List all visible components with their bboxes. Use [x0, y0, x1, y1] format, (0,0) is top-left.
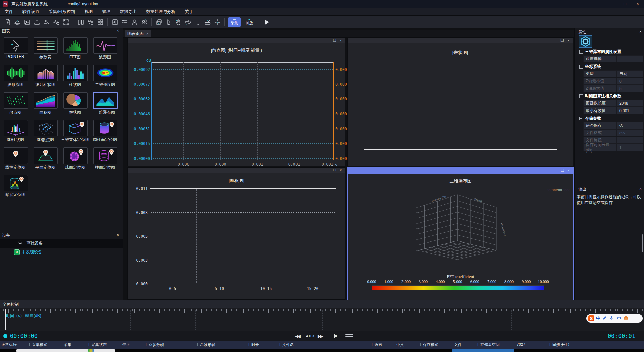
property-section[interactable]: 时频图算法相关参数 — [579, 93, 621, 99]
property-value[interactable] — [617, 55, 643, 62]
chart-tile-param-table[interactable] — [34, 37, 58, 54]
chart-tile-waterfall3d[interactable] — [93, 92, 118, 109]
rewind-button[interactable]: ◀◀ — [295, 334, 300, 339]
cascade-icon[interactable] — [155, 18, 163, 27]
chart-tile-waveform[interactable] — [93, 37, 117, 54]
property-value[interactable]: 1 — [617, 144, 643, 151]
image-icon[interactable] — [23, 18, 32, 27]
chart-tile-bars[interactable] — [63, 65, 88, 81]
menu-item-2[interactable]: 采集/回放控制 — [44, 9, 79, 15]
device-search[interactable]: 查找设备 — [0, 239, 123, 248]
play-icon[interactable] — [262, 18, 271, 27]
expand-icon[interactable] — [62, 18, 70, 27]
playback-mode-button[interactable]: 回放 — [243, 17, 256, 27]
chart-tile-scatter3d[interactable] — [34, 120, 58, 136]
property-value[interactable]: 自动 — [617, 70, 643, 77]
property-value[interactable]: 5 — [617, 85, 643, 92]
property-value[interactable]: 否 — [617, 122, 643, 129]
chart-tile-fft[interactable] — [63, 37, 88, 54]
menu-item-1[interactable]: 软件设置 — [18, 9, 44, 15]
property-row[interactable]: Z轴最小值0 — [583, 78, 643, 85]
chart-tile-line-location[interactable] — [4, 147, 28, 164]
property-value[interactable]: csv — [617, 129, 643, 136]
ime-logo-icon[interactable]: S — [588, 315, 594, 321]
pointer-icon[interactable] — [164, 18, 173, 27]
scrollbar[interactable] — [642, 234, 643, 252]
sliders-icon[interactable] — [42, 18, 51, 27]
property-section[interactable]: 三维瀑布图属性设置 — [579, 49, 621, 55]
properties-panel-close-icon[interactable]: × — [639, 29, 642, 34]
ime-mode-label[interactable]: 中 — [596, 315, 600, 321]
chart-tile-plane-location[interactable] — [34, 147, 58, 164]
crosshair-icon[interactable] — [213, 18, 222, 27]
menu-item-5[interactable]: 数据导出 — [115, 9, 141, 15]
menu-item-3[interactable]: 视图 — [79, 9, 97, 15]
chart-tile-bars3d[interactable] — [4, 120, 28, 136]
chart-tile-cylinder-location[interactable] — [93, 120, 117, 136]
dock-panel-icon[interactable] — [111, 18, 119, 27]
property-row[interactable]: 是否保存否 — [583, 122, 643, 129]
hand-icon[interactable] — [174, 18, 183, 27]
waterfall-type-icon[interactable] — [579, 35, 592, 48]
property-row[interactable]: 类型自动 — [583, 70, 643, 77]
capture-mode-button[interactable]: 采集 — [228, 17, 241, 27]
wave-history-icon[interactable] — [52, 18, 61, 27]
timeline[interactable]: 时间（s）-幅度(dB) — [0, 308, 644, 331]
tab-close-icon[interactable]: × — [146, 32, 148, 36]
ime-toolbar[interactable]: S 中 — [586, 314, 643, 323]
property-section[interactable]: 存储参数 — [579, 116, 601, 121]
property-value[interactable]: 0 — [617, 78, 643, 85]
minimize-button[interactable]: ─ — [606, 0, 619, 8]
tab-chart-page[interactable]: 图表页面 × — [125, 30, 151, 37]
chart-tile-tank-location[interactable] — [4, 175, 28, 191]
chart-tile-cylsurf-location[interactable] — [93, 147, 117, 164]
users-icon[interactable] — [140, 18, 149, 27]
arrow-right-icon[interactable] — [184, 18, 193, 27]
waterfall-panel-controls[interactable]: ❐ × — [561, 169, 571, 172]
play-button[interactable]: ▶ — [334, 333, 338, 339]
chart-tile-sphere-location[interactable] — [63, 147, 88, 164]
chart-tile-heatmap[interactable] — [93, 65, 117, 81]
playhead[interactable] — [5, 309, 6, 330]
close-button[interactable]: × — [631, 0, 644, 8]
menu-item-7[interactable]: 关于 — [180, 9, 198, 15]
ime-pen-icon[interactable] — [602, 315, 607, 322]
pie-panel-controls[interactable]: ❐ × — [560, 39, 571, 42]
fast-forward-button[interactable]: ▶▶ — [318, 334, 322, 339]
property-section[interactable]: 坐标系统 — [579, 64, 601, 70]
property-row[interactable]: 保存时间长度(秒)1 — [583, 144, 643, 151]
chart-tile-pointer-tool[interactable] — [4, 37, 28, 54]
user-icon[interactable] — [130, 18, 139, 27]
property-value[interactable]: 2048 — [617, 100, 643, 107]
menu-item-4[interactable]: 管理 — [97, 9, 115, 15]
maximize-button[interactable]: □ — [619, 0, 631, 8]
transport-menu-icon[interactable] — [345, 333, 353, 338]
chart-tile-cube-location[interactable] — [63, 120, 88, 136]
ime-mic-icon[interactable] — [609, 315, 614, 322]
split-horizontal-icon[interactable] — [86, 18, 95, 27]
property-row[interactable]: 最小有效值0.001 — [583, 107, 643, 114]
split-vertical-icon[interactable] — [76, 18, 85, 27]
chart-tile-pie[interactable] — [63, 92, 88, 109]
select-region-icon[interactable] — [194, 18, 202, 27]
property-value[interactable] — [617, 137, 643, 144]
list-icon[interactable] — [120, 18, 129, 27]
output-panel-close-icon[interactable]: × — [639, 187, 642, 191]
devices-panel-close-icon[interactable]: × — [117, 233, 119, 237]
chart-tile-area[interactable] — [34, 92, 58, 109]
ime-keyboard-icon[interactable] — [616, 315, 622, 322]
chart-tile-stat-bars[interactable] — [34, 65, 58, 81]
ime-toolbox-icon[interactable] — [623, 315, 629, 322]
add-file-icon[interactable] — [3, 18, 12, 27]
property-value[interactable]: 0.001 — [617, 107, 643, 114]
property-row[interactable]: Z轴最大值5 — [583, 85, 643, 92]
device-tree-item[interactable]: ┄┄┄┄ R 未发现设备 — [2, 249, 42, 255]
menu-item-0[interactable]: 文件 — [0, 9, 18, 15]
measure-icon[interactable] — [203, 18, 212, 27]
sensor-icon[interactable] — [13, 18, 22, 27]
grid-layout-icon[interactable] — [96, 18, 105, 27]
property-row[interactable]: 文件格式csv — [583, 129, 643, 136]
property-row[interactable]: 窗函数长度2048 — [583, 100, 643, 107]
export-icon[interactable] — [33, 18, 41, 27]
menu-item-6[interactable]: 数据处理与分析 — [141, 9, 180, 15]
